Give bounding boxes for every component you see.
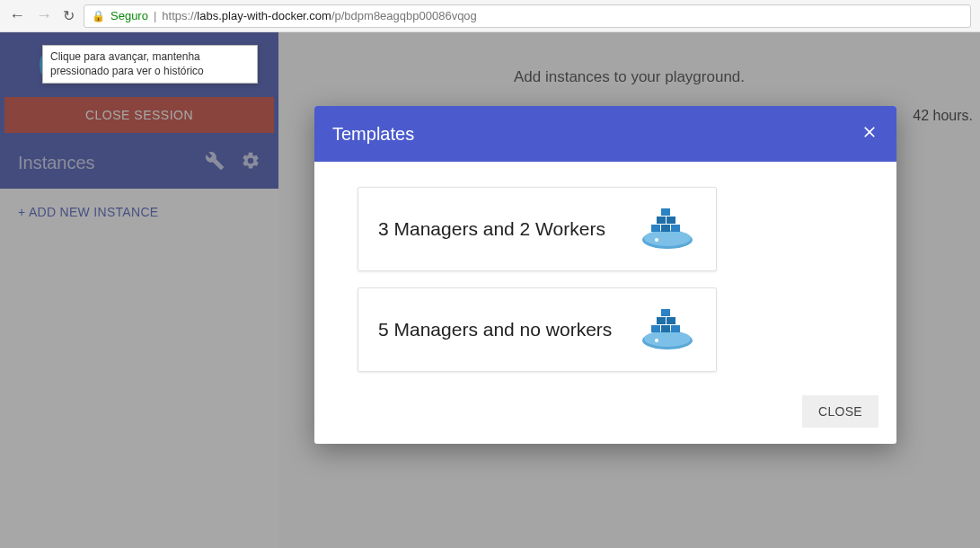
docker-swarm-icon bbox=[639, 204, 696, 254]
svg-rect-14 bbox=[651, 325, 660, 332]
svg-point-1 bbox=[644, 230, 691, 246]
template-label: 3 Managers and 2 Workers bbox=[378, 218, 605, 240]
svg-rect-6 bbox=[661, 225, 670, 232]
nav-arrows: ← → ↻ bbox=[9, 6, 75, 25]
dialog-header: Templates bbox=[314, 106, 896, 162]
dialog-title: Templates bbox=[332, 124, 414, 145]
url-protocol: https:// bbox=[162, 9, 197, 22]
template-card[interactable]: 3 Managers and 2 Workers bbox=[358, 187, 717, 271]
template-label: 5 Managers and no workers bbox=[378, 319, 612, 340]
svg-rect-12 bbox=[667, 317, 675, 324]
template-card[interactable]: 5 Managers and no workers bbox=[358, 287, 717, 372]
svg-rect-15 bbox=[661, 325, 670, 332]
url-host: labs.play-with-docker.com bbox=[197, 9, 331, 22]
close-icon[interactable] bbox=[861, 123, 878, 145]
lock-icon: 🔒 bbox=[92, 10, 105, 22]
docker-swarm-icon bbox=[639, 305, 696, 355]
svg-rect-5 bbox=[651, 225, 660, 232]
nav-tooltip: Clique para avançar, mantenha pressionad… bbox=[42, 45, 258, 84]
templates-dialog: Templates 3 Managers and 2 Workers bbox=[314, 106, 896, 444]
browser-bar: ← → ↻ 🔒 Seguro | https://labs.play-with-… bbox=[0, 0, 980, 32]
svg-point-17 bbox=[655, 339, 658, 342]
url-path: /p/bdpm8eagqbp00086vqog bbox=[331, 9, 477, 22]
url-text: https://labs.play-with-docker.com/p/bdpm… bbox=[162, 9, 477, 22]
svg-point-10 bbox=[644, 331, 691, 347]
svg-rect-13 bbox=[661, 309, 670, 316]
svg-rect-16 bbox=[671, 325, 680, 332]
url-separator: | bbox=[154, 9, 156, 22]
close-button[interactable]: CLOSE bbox=[802, 395, 878, 428]
svg-rect-11 bbox=[657, 317, 666, 324]
forward-icon[interactable]: → bbox=[36, 6, 52, 25]
svg-rect-7 bbox=[671, 225, 680, 232]
svg-rect-3 bbox=[667, 217, 675, 224]
reload-icon[interactable]: ↻ bbox=[63, 7, 75, 24]
svg-rect-2 bbox=[657, 217, 666, 224]
back-icon[interactable]: ← bbox=[9, 6, 25, 25]
dialog-footer: CLOSE bbox=[314, 381, 896, 444]
url-bar[interactable]: 🔒 Seguro | https://labs.play-with-docker… bbox=[84, 4, 971, 28]
dialog-body: 3 Managers and 2 Workers 5 Managers and … bbox=[314, 162, 896, 381]
secure-label: Seguro bbox=[110, 9, 148, 22]
svg-point-8 bbox=[655, 238, 658, 242]
svg-rect-4 bbox=[661, 208, 670, 216]
